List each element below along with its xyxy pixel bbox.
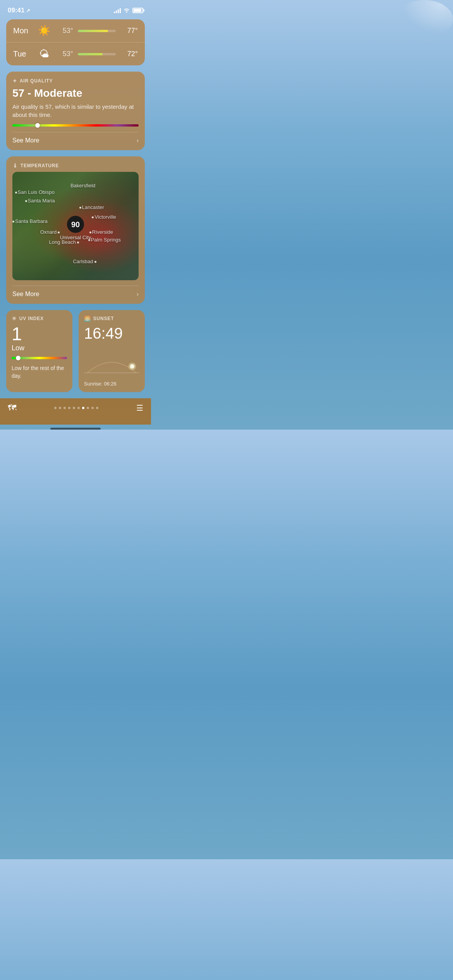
forecast-low-mon: 53°: [56, 27, 73, 35]
forecast-card: Mon ☀️ 53° 77° Tue 🌤 53° 72°: [6, 19, 145, 65]
temperature-card: 🌡 TEMPERATURE Bakersfield San Luis Obisp…: [6, 156, 145, 304]
cards-container: Mon ☀️ 53° 77° Tue 🌤 53° 72° ✦ AIR QUALI…: [0, 19, 151, 392]
forecast-bar-tue: [78, 53, 116, 55]
temperature-badge: 90: [67, 216, 84, 233]
sunrise-label: Sunrise: 06:26: [84, 381, 139, 387]
status-icons: [114, 7, 143, 14]
temperature-label: 🌡 TEMPERATURE: [12, 163, 139, 169]
forecast-row-mon: Mon ☀️ 53° 77°: [6, 19, 145, 42]
status-bar: 09:41 ↗: [0, 0, 151, 19]
air-quality-bar: [12, 124, 139, 127]
forecast-icon-mon: ☀️: [37, 25, 51, 37]
forecast-high-mon: 77°: [120, 27, 138, 35]
air-quality-description: Air quality is 57, which is similar to y…: [12, 103, 139, 119]
air-quality-see-more[interactable]: See More ›: [12, 132, 139, 144]
status-time: 09:41 ↗: [8, 7, 30, 14]
uv-description: Low for the rest of the day.: [12, 365, 67, 380]
map-label-riverside: Riverside: [89, 229, 113, 235]
tab-dot-4[interactable]: [68, 407, 70, 409]
forecast-icon-tue: 🌤: [37, 48, 51, 60]
uv-level-label: Low: [12, 344, 67, 352]
see-more-chevron-temp: ›: [137, 291, 139, 298]
air-quality-label: ✦ AIR QUALITY: [12, 78, 139, 84]
list-tab-icon[interactable]: ☰: [136, 403, 143, 413]
tab-dot-2[interactable]: [59, 407, 61, 409]
wifi-icon: [123, 7, 130, 14]
tab-dot-6[interactable]: [77, 407, 80, 409]
temperature-badge-label: Universal City: [60, 235, 91, 240]
home-indicator: [50, 428, 101, 430]
tab-bar: 🗺 ☰: [0, 398, 151, 425]
map-label-oxnard: Oxnard: [40, 229, 60, 235]
map-label-santa-maria: Santa Maria: [25, 198, 55, 204]
forecast-high-tue: 72°: [120, 50, 138, 58]
sunset-label: 🌅 SUNSET: [84, 315, 139, 322]
tab-dot-9[interactable]: [91, 407, 94, 409]
air-quality-icon: ✦: [12, 78, 17, 84]
sunset-arc: [84, 347, 139, 378]
sunset-arc-svg: [84, 347, 139, 378]
tab-dot-8[interactable]: [87, 407, 89, 409]
map-label-santa-barbara: Santa Barbara: [12, 218, 48, 224]
map-label-palm-springs: Palm Springs: [88, 237, 121, 243]
forecast-row-tue: Tue 🌤 53° 72°: [6, 42, 145, 65]
map-label-victorville: Victorville: [92, 214, 116, 220]
map-label-lancaster: Lancaster: [79, 204, 104, 210]
signal-bars: [114, 8, 121, 13]
uv-bar: [12, 357, 67, 359]
bottom-row: ☀ UV INDEX 1 Low Low for the rest of the…: [6, 310, 145, 392]
see-more-chevron: ›: [137, 137, 139, 144]
location-icon: ↗: [26, 8, 30, 14]
uv-indicator: [16, 356, 21, 360]
tab-dot-1[interactable]: [54, 407, 57, 409]
sunset-card: 🌅 SUNSET 16:49 Sunrise: 06:26: [79, 310, 145, 392]
tab-dot-7[interactable]: [82, 407, 84, 409]
forecast-day-tue: Tue: [13, 50, 33, 58]
air-quality-card: ✦ AIR QUALITY 57 - Moderate Air quality …: [6, 72, 145, 150]
forecast-low-tue: 53°: [56, 50, 73, 58]
thermometer-icon: 🌡: [12, 163, 18, 169]
tab-dots: [54, 407, 98, 409]
uv-icon: ☀: [12, 315, 17, 322]
map-label-san-luis: San Luis Obispo: [15, 189, 55, 195]
temperature-map[interactable]: Bakersfield San Luis Obispo Santa Maria …: [12, 172, 139, 280]
uv-index-label: ☀ UV INDEX: [12, 315, 67, 322]
air-quality-value: 57 - Moderate: [12, 87, 139, 99]
air-quality-indicator: [35, 123, 40, 128]
time-display: 09:41: [8, 7, 24, 14]
tab-dot-5[interactable]: [73, 407, 75, 409]
svg-point-2: [128, 362, 136, 370]
map-label-carlsbad: Carlsbad: [73, 259, 96, 264]
forecast-day-mon: Mon: [13, 26, 33, 35]
sunset-time: 16:49: [84, 325, 139, 342]
temperature-see-more[interactable]: See More ›: [12, 286, 139, 298]
tab-dot-3[interactable]: [63, 407, 66, 409]
uv-index-card: ☀ UV INDEX 1 Low Low for the rest of the…: [6, 310, 72, 392]
map-label-bakersfield: Bakersfield: [70, 183, 95, 188]
forecast-bar-mon: [78, 30, 116, 32]
uv-value: 1: [12, 325, 67, 343]
map-tab-icon[interactable]: 🗺: [8, 403, 16, 413]
sunset-icon: 🌅: [84, 315, 91, 322]
battery-icon: [132, 8, 143, 13]
tab-dot-10[interactable]: [96, 407, 98, 409]
